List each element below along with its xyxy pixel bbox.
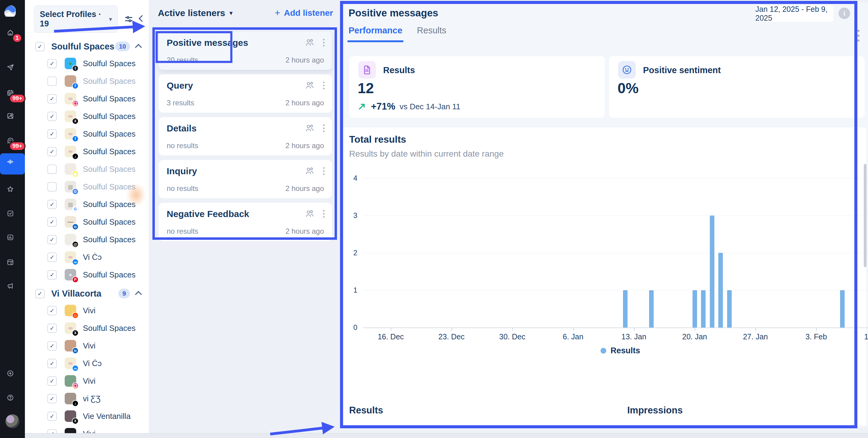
profile-selector[interactable]: Select Profiles · 19 ▾	[34, 5, 118, 33]
nav-favorites[interactable]	[0, 182, 25, 200]
profile-avatar: ▶	[65, 428, 76, 433]
profile-row[interactable]: ✓ ∞ ∞ Vi Ċɔ	[25, 248, 149, 266]
nav-listening-active[interactable]	[0, 153, 25, 175]
layout-icon	[7, 259, 18, 270]
listener-card[interactable]: Positive messages 20 results 2 hours ago	[159, 32, 332, 70]
profile-checkbox[interactable]: ✓	[48, 217, 57, 227]
chart-bar[interactable]	[649, 290, 654, 327]
user-menu[interactable]	[0, 412, 25, 430]
profile-checkbox[interactable]: ✓	[48, 94, 57, 103]
listener-card[interactable]: Negative Feedback no results 2 hours ago	[159, 203, 332, 241]
profile-checkbox[interactable]: ✓	[48, 129, 57, 139]
nav-reports[interactable]	[0, 255, 25, 274]
chart-bar[interactable]	[623, 290, 627, 327]
profile-checkbox[interactable]: ✓	[48, 429, 57, 434]
card-kebab-menu[interactable]	[323, 39, 324, 46]
card-kebab-menu[interactable]	[323, 124, 324, 132]
card-kebab-menu[interactable]	[323, 82, 324, 89]
profile-group-header[interactable]: ✓ Soulful Spaces 10	[25, 38, 149, 55]
profile-row[interactable]: ✓ X Vie Ventanilla	[25, 407, 149, 425]
profile-row[interactable]: ✓ in Vivi	[25, 337, 149, 354]
chevron-up-icon[interactable]	[135, 291, 142, 298]
chevron-up-icon[interactable]	[135, 44, 142, 51]
listener-card[interactable]: Query 3 results 2 hours ago	[159, 74, 332, 113]
collapse-panel-button[interactable]	[140, 16, 145, 22]
profile-row[interactable]: ✓ ▶ Vivi	[25, 425, 149, 433]
nav-tasks[interactable]	[0, 207, 25, 225]
chevron-down-icon[interactable]: ▾	[229, 9, 233, 17]
nav-inbox[interactable]: 99+	[0, 133, 25, 152]
profile-checkbox[interactable]: ✓	[48, 235, 57, 244]
chart-bar[interactable]	[710, 216, 714, 327]
nav-calendar[interactable]: 99+	[0, 86, 25, 104]
profile-row[interactable]: ✓ ∞ X Soulful Spaces	[25, 319, 149, 337]
listener-card[interactable]: Details no results 2 hours ago	[159, 117, 332, 155]
listeners-title[interactable]: Active listeners	[158, 8, 225, 18]
profile-checkbox[interactable]: ✓	[48, 341, 57, 351]
profile-checkbox[interactable]: ✓	[48, 412, 57, 421]
profile-row[interactable]: ✓ ☺ Vivi	[25, 302, 149, 319]
profile-checkbox[interactable]: ✓	[48, 359, 57, 368]
platform-badge-icon: G	[72, 188, 79, 195]
profile-row[interactable]: ✓ @ Soulful Spaces	[25, 231, 149, 248]
profile-checkbox[interactable]	[48, 164, 57, 174]
profile-checkbox[interactable]	[48, 76, 57, 86]
chart-bar[interactable]	[718, 253, 723, 327]
profile-row[interactable]: ✓ ∞ ∞ Vi Ċɔ	[25, 354, 149, 372]
profile-checkbox[interactable]: ✓	[48, 306, 57, 315]
group-checkbox[interactable]: ✓	[35, 42, 44, 51]
chart-legend[interactable]: Results	[600, 346, 640, 355]
profile-checkbox[interactable]: ✓	[48, 394, 57, 403]
tab-results[interactable]: Results	[417, 26, 446, 42]
profile-row[interactable]: ✓ ● t Soulful Spaces	[25, 55, 149, 72]
app-logo[interactable]	[0, 4, 25, 23]
profile-checkbox[interactable]: ✓	[48, 147, 57, 156]
profile-checkbox[interactable]: ✓	[48, 59, 57, 68]
profile-checkbox[interactable]: ✓	[48, 200, 57, 209]
nav-analytics[interactable]	[0, 230, 25, 249]
profile-row[interactable]: ✓ ∞ ♪ Soulful Spaces	[25, 143, 149, 160]
profile-checkbox[interactable]: ✓	[48, 112, 57, 121]
nav-add[interactable]	[0, 366, 25, 384]
profile-row[interactable]: f Soulful Spaces	[25, 72, 149, 90]
profile-checkbox[interactable]	[48, 182, 57, 191]
nav-home[interactable]: 1	[0, 26, 25, 44]
chart-bar[interactable]	[840, 290, 845, 327]
filter-button[interactable]	[124, 14, 133, 24]
nav-publish[interactable]	[0, 60, 25, 79]
profile-name: Soulful Spaces	[83, 217, 135, 227]
group-checkbox[interactable]: ✓	[35, 289, 44, 299]
profile-checkbox[interactable]: ✓	[48, 253, 57, 262]
profile-row[interactable]: ✓ ♪ vi ƸƷ	[25, 390, 149, 407]
tab-performance[interactable]: Performance	[348, 26, 402, 42]
card-kebab-menu[interactable]	[323, 210, 324, 218]
calendar-badge: 99+	[9, 94, 26, 103]
chart-bar[interactable]	[692, 290, 697, 327]
profile-row[interactable]: Soulful Spaces	[25, 160, 149, 178]
info-icon[interactable]: i	[839, 8, 850, 19]
profile-row[interactable]: ✓ Vivi	[25, 372, 149, 390]
nav-advocacy[interactable]	[0, 279, 25, 297]
listener-card-results: 3 results	[167, 99, 194, 107]
listener-card[interactable]: Inquiry no results 2 hours ago	[159, 160, 332, 198]
profile-checkbox[interactable]: ✓	[48, 270, 57, 280]
profile-row[interactable]: ✓ ∞ X Soulful Spaces	[25, 107, 149, 125]
y-axis-tick-label: 1	[342, 286, 357, 294]
chart-bar[interactable]	[727, 290, 732, 327]
profile-row[interactable]: ✓ — in Soulful Spaces	[25, 213, 149, 231]
panel-kebab-menu[interactable]	[857, 30, 860, 41]
scrollbar-thumb[interactable]	[864, 164, 866, 267]
profile-checkbox[interactable]: ✓	[48, 376, 57, 386]
nav-help[interactable]	[0, 390, 25, 409]
profile-row[interactable]: ✓ ∞ f Soulful Spaces	[25, 125, 149, 143]
add-listener-button[interactable]: + Add listener	[275, 7, 333, 19]
profile-row[interactable]: ✓ ∞ Soulful Spaces	[25, 90, 149, 107]
x-axis-tick-label: 10. Feb	[864, 332, 868, 341]
profile-checkbox[interactable]: ✓	[48, 323, 57, 333]
profile-group-header[interactable]: ✓ Vi Villacorta 9	[25, 285, 149, 302]
card-kebab-menu[interactable]	[323, 167, 324, 175]
profile-row[interactable]: ✓ ● P Soulful Spaces	[25, 266, 149, 283]
nav-media[interactable]	[0, 109, 25, 127]
date-range-picker[interactable]: Jan 12, 2025 - Feb 9, 2025	[755, 5, 834, 23]
chart-bar[interactable]	[701, 290, 706, 327]
